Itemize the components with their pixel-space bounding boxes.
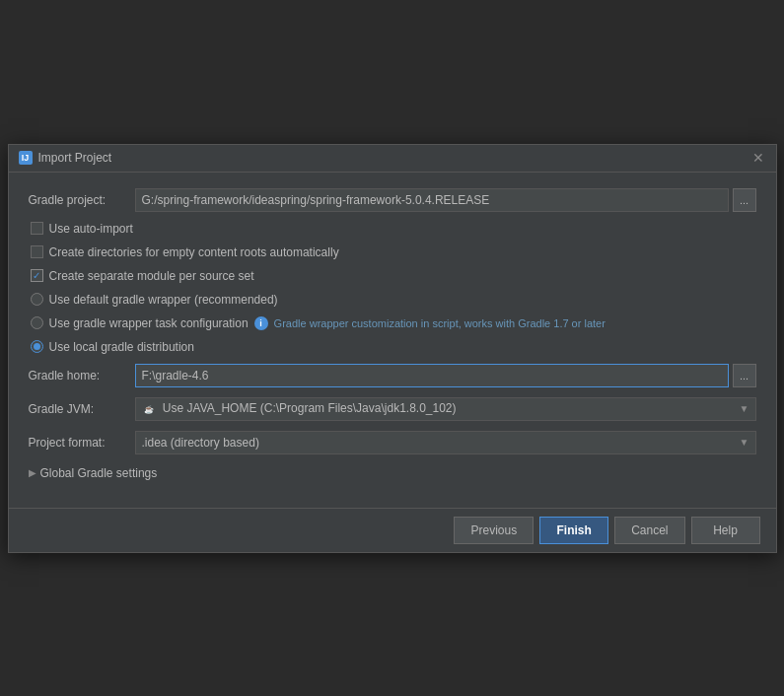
gradle-project-input[interactable] [135,188,729,212]
auto-import-label: Use auto-import [49,222,133,236]
gradle-jvm-dropdown-arrow: ▼ [740,403,749,414]
project-format-label: Project format: [29,436,127,450]
project-format-dropdown-arrow: ▼ [740,437,749,448]
wrapper-task-row: Use gradle wrapper task configuration i … [29,316,756,330]
app-icon: IJ [19,151,33,165]
gradle-jvm-dropdown-value: ☕ Use JAVA_HOME (C:\Program Files\Java\j… [142,401,457,417]
gradle-jvm-dropdown-row: ☕ Use JAVA_HOME (C:\Program Files\Java\j… [135,397,756,421]
global-gradle-settings[interactable]: ▶ Global Gradle settings [29,464,756,482]
gradle-jvm-dropdown[interactable]: ☕ Use JAVA_HOME (C:\Program Files\Java\j… [135,397,756,421]
gradle-home-input-row: ... [135,364,756,387]
default-wrapper-label: Use default gradle wrapper (recommended) [49,293,278,307]
local-distribution-label: Use local gradle distribution [49,340,194,354]
collapse-arrow-icon: ▶ [29,467,36,478]
wrapper-info-text: Gradle wrapper customization in script, … [274,317,606,329]
project-format-dropdown[interactable]: .idea (directory based) ▼ [135,431,756,454]
global-gradle-label: Global Gradle settings [40,466,158,480]
gradle-project-browse-button[interactable]: ... [733,188,756,212]
title-bar: IJ Import Project ✕ [9,145,776,173]
previous-button[interactable]: Previous [454,517,534,544]
create-dirs-row: Create directories for empty content roo… [29,245,756,259]
default-wrapper-radio[interactable] [31,293,43,306]
gradle-home-label: Gradle home: [29,369,127,383]
dialog-title: Import Project [38,151,112,165]
import-project-dialog: IJ Import Project ✕ Gradle project: ... … [8,144,777,553]
create-dirs-label: Create directories for empty content roo… [49,245,339,259]
gradle-project-label: Gradle project: [29,193,127,207]
local-distribution-row: Use local gradle distribution [29,340,756,354]
create-separate-row: Create separate module per source set [29,269,756,283]
wrapper-info-icon: i [254,316,268,330]
gradle-home-input[interactable] [135,364,729,387]
default-wrapper-row: Use default gradle wrapper (recommended) [29,293,756,307]
gradle-home-browse-button[interactable]: ... [733,364,756,387]
gradle-home-row: Gradle home: ... [29,364,756,387]
dialog-content: Gradle project: ... Use auto-import Crea… [9,173,776,508]
close-button[interactable]: ✕ [750,150,766,166]
project-format-dropdown-row: .idea (directory based) ▼ [135,431,756,454]
gradle-jvm-label: Gradle JVM: [29,402,127,416]
create-separate-label: Create separate module per source set [49,269,254,283]
project-format-row: Project format: .idea (directory based) … [29,431,756,454]
cancel-button[interactable]: Cancel [614,517,684,544]
help-button[interactable]: Help [691,517,760,544]
gradle-project-input-row: ... [135,188,756,212]
gradle-project-row: Gradle project: ... [29,188,756,212]
title-bar-left: IJ Import Project [19,151,112,165]
project-format-dropdown-value: .idea (directory based) [142,436,259,450]
bottom-bar: Previous Finish Cancel Help [9,508,776,552]
wrapper-task-label: Use gradle wrapper task configuration [49,316,249,330]
gradle-jvm-row: Gradle JVM: ☕ Use JAVA_HOME (C:\Program … [29,397,756,421]
finish-button[interactable]: Finish [539,517,608,544]
auto-import-checkbox[interactable] [31,222,43,235]
auto-import-row: Use auto-import [29,222,756,236]
local-distribution-radio[interactable] [31,340,43,353]
jvm-icon: ☕ [142,402,156,416]
create-separate-checkbox[interactable] [31,269,43,282]
wrapper-task-radio[interactable] [31,316,43,329]
create-dirs-checkbox[interactable] [31,245,43,258]
